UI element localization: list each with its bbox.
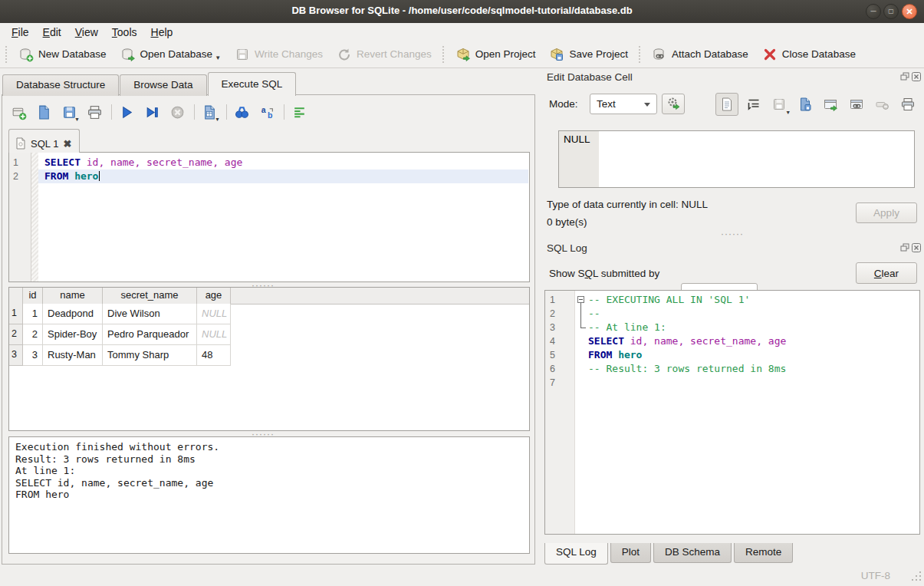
- table-row: 22Spider-BoyPedro ParqueadorNULL: [9, 324, 231, 345]
- save-project-button[interactable]: Save Project: [542, 44, 635, 65]
- table-cell[interactable]: 48: [197, 345, 231, 366]
- sql-editor[interactable]: 1SELECT id, name, secret_name, age2FROM …: [8, 152, 530, 282]
- save-sql-file-button[interactable]: ▼: [59, 102, 79, 122]
- float-dock-icon[interactable]: [900, 72, 909, 81]
- print-cell-button[interactable]: [897, 94, 919, 115]
- find-button[interactable]: [232, 102, 252, 122]
- export-results-button[interactable]: ▼: [199, 102, 219, 122]
- format-sql-button[interactable]: [289, 102, 309, 122]
- tab-execute-sql[interactable]: Execute SQL: [208, 72, 297, 96]
- close-sql-tab-icon[interactable]: ✖: [63, 138, 71, 150]
- close-button[interactable]: ✕: [902, 4, 917, 19]
- table-cell[interactable]: 3: [23, 345, 43, 366]
- open-database-button[interactable]: Open Database▼: [113, 44, 229, 65]
- table-cell[interactable]: Pedro Parqueador: [103, 324, 197, 345]
- tab-sql-1[interactable]: SQL 1 ✖: [8, 129, 80, 153]
- table-cell[interactable]: 2: [23, 324, 43, 345]
- copy-link-button[interactable]: [846, 94, 867, 115]
- print-button[interactable]: [84, 102, 104, 122]
- encoding-indicator[interactable]: UTF-8: [861, 570, 890, 581]
- write-changes-button[interactable]: Write Changes: [228, 44, 330, 65]
- open-sql-file-icon: [36, 104, 52, 120]
- column-header-age[interactable]: age: [197, 288, 231, 304]
- results-header-row: idnamesecret_nameage: [9, 288, 529, 305]
- export-data-button[interactable]: [794, 94, 816, 115]
- chevron-down-icon[interactable]: ▼: [215, 117, 220, 122]
- table-cell[interactable]: Rusty-Man: [43, 345, 103, 366]
- execution-message-area[interactable]: Execution finished without errors. Resul…: [8, 436, 530, 554]
- new-database-button[interactable]: New Database: [12, 44, 113, 65]
- float-dock-icon[interactable]: [900, 243, 909, 252]
- table-cell[interactable]: Dive Wilson: [103, 304, 197, 324]
- attach-database-button[interactable]: Attach Database: [645, 44, 755, 65]
- table-cell[interactable]: NULL: [197, 324, 231, 345]
- menu-help[interactable]: Help: [144, 25, 180, 40]
- clear-log-button[interactable]: Clear: [856, 262, 917, 284]
- print-cell-icon: [900, 97, 916, 112]
- import-data-button[interactable]: ▼: [768, 94, 790, 115]
- editor-line[interactable]: FROM hero: [38, 170, 528, 183]
- close-database-button[interactable]: Close Database: [755, 44, 863, 65]
- apply-mode-button[interactable]: [662, 94, 685, 114]
- dock-tab-sql-log[interactable]: SQL Log: [544, 543, 608, 565]
- maximize-button[interactable]: ▢: [883, 4, 899, 19]
- row-header[interactable]: 2: [9, 324, 23, 345]
- mode-label: Mode:: [549, 98, 578, 110]
- chevron-down-icon[interactable]: ▼: [785, 110, 791, 115]
- column-header-id[interactable]: id: [23, 288, 43, 304]
- dock-tab-db-schema[interactable]: DB Schema: [653, 543, 732, 563]
- new-sql-tab-button[interactable]: [8, 102, 28, 122]
- table-cell[interactable]: 1: [23, 304, 43, 324]
- menu-edit[interactable]: Edit: [36, 25, 68, 40]
- table-cell[interactable]: Spider-Boy: [43, 324, 103, 345]
- table-cell[interactable]: Tommy Sharp: [103, 345, 197, 366]
- word-wrap-button[interactable]: [743, 94, 765, 115]
- open-sql-file-button[interactable]: [34, 102, 54, 122]
- column-header-secret_name[interactable]: secret_name: [103, 288, 197, 304]
- table-cell[interactable]: NULL: [197, 304, 231, 324]
- minimize-button[interactable]: ─: [866, 4, 881, 19]
- execute-current-line-button[interactable]: [142, 102, 162, 122]
- table-cell[interactable]: Deadpond: [43, 304, 103, 324]
- menu-bar: FileEditViewToolsHelp: [0, 23, 924, 41]
- toolbar-drag-handle[interactable]: [637, 46, 643, 63]
- sql-log-view[interactable]: 1-- EXECUTING ALL IN 'SQL 1'2--3-- At li…: [544, 290, 920, 535]
- column-header-name[interactable]: name: [43, 288, 103, 304]
- resize-grip-icon[interactable]: [910, 571, 921, 582]
- cell-editor[interactable]: NULL: [558, 130, 915, 188]
- open-external-button[interactable]: [820, 94, 841, 115]
- row-header[interactable]: 3: [9, 345, 23, 366]
- results-corner-cell[interactable]: [9, 288, 23, 304]
- execute-sql-pane: ▼▼ab SQL 1 ✖ 1SELECT id, name, secret_na…: [2, 94, 535, 565]
- set-null-button[interactable]: [871, 94, 893, 115]
- title-bar[interactable]: DB Browser for SQLite - /home/user/code/…: [0, 0, 924, 24]
- tab-database-structure[interactable]: Database Structure: [2, 74, 119, 96]
- dock-tab-plot[interactable]: Plot: [610, 543, 651, 563]
- menu-view[interactable]: View: [68, 25, 105, 40]
- replace-button[interactable]: ab: [257, 102, 277, 122]
- dock-tab-remote[interactable]: Remote: [734, 543, 793, 563]
- mode-select[interactable]: Text: [590, 94, 657, 114]
- text-mode-button[interactable]: [715, 93, 738, 116]
- splitter-handle[interactable]: ······: [717, 232, 748, 236]
- sql-log-title: SQL Log: [547, 242, 587, 254]
- toolbar-drag-handle[interactable]: [441, 46, 446, 63]
- toolbar-separator: [284, 104, 284, 120]
- editor-line[interactable]: SELECT id, name, secret_name, age: [38, 156, 528, 170]
- apply-button[interactable]: Apply: [856, 202, 917, 223]
- menu-file[interactable]: File: [5, 25, 36, 40]
- toolbar-drag-handle[interactable]: [4, 46, 9, 63]
- open-project-button[interactable]: Open Project: [449, 44, 543, 65]
- fold-marker-icon[interactable]: [577, 296, 584, 303]
- stop-execution-button[interactable]: [167, 102, 187, 122]
- results-grid[interactable]: idnamesecret_nameage11DeadpondDive Wilso…: [8, 287, 530, 431]
- execute-all-button[interactable]: [117, 102, 136, 122]
- chevron-down-icon[interactable]: ▼: [74, 117, 80, 122]
- close-dock-icon[interactable]: [912, 72, 921, 81]
- menu-tools[interactable]: Tools: [105, 25, 144, 40]
- revert-changes-button[interactable]: Revert Changes: [330, 44, 439, 65]
- close-dock-icon[interactable]: [912, 243, 921, 252]
- row-header[interactable]: 1: [9, 304, 23, 324]
- tab-browse-data[interactable]: Browse Data: [120, 74, 206, 96]
- chevron-down-icon[interactable]: ▼: [215, 54, 221, 62]
